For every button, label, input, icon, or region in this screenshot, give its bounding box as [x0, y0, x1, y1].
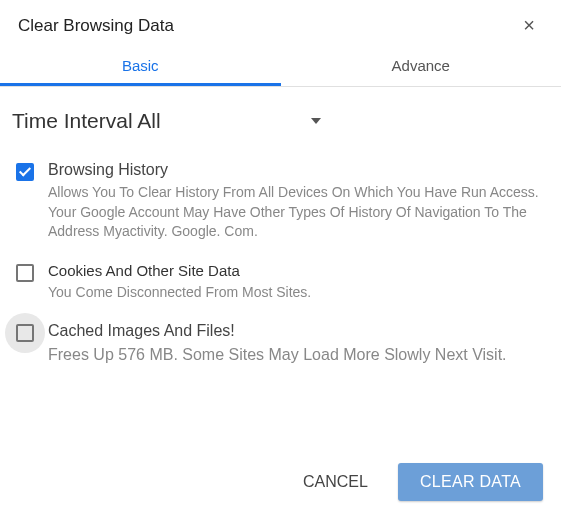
- dialog-content: Time Interval All Browsing History Allow…: [0, 87, 561, 445]
- dialog-header: Clear Browsing Data ×: [0, 0, 561, 45]
- close-button[interactable]: ×: [515, 10, 543, 41]
- tab-basic[interactable]: Basic: [0, 45, 281, 86]
- option-description: Frees Up 576 MB. Some Sites May Load Mor…: [48, 344, 541, 366]
- tab-advanced[interactable]: Advance: [281, 45, 562, 86]
- checkbox-cached[interactable]: [16, 324, 34, 342]
- option-text: Cookies And Other Site Data You Come Dis…: [48, 262, 541, 303]
- option-title: Cached Images And Files!: [48, 322, 541, 340]
- option-description: Allows You To Clear History From All Dev…: [48, 183, 541, 242]
- clear-browsing-data-dialog: Clear Browsing Data × Basic Advance Time…: [0, 0, 561, 521]
- tab-bar: Basic Advance: [0, 45, 561, 87]
- time-interval-select[interactable]: Time Interval All: [12, 109, 321, 133]
- option-cookies[interactable]: Cookies And Other Site Data You Come Dis…: [12, 252, 545, 313]
- time-interval-label: Time Interval All: [12, 109, 161, 133]
- option-browsing-history[interactable]: Browsing History Allows You To Clear His…: [12, 151, 545, 252]
- clear-data-button[interactable]: CLEAR DATA: [398, 463, 543, 501]
- dialog-title: Clear Browsing Data: [18, 16, 174, 36]
- time-interval-row[interactable]: Time Interval All: [12, 103, 545, 151]
- dialog-footer: CANCEL CLEAR DATA: [0, 445, 561, 521]
- cancel-button[interactable]: CANCEL: [291, 465, 380, 499]
- option-text: Cached Images And Files! Frees Up 576 MB…: [48, 322, 541, 366]
- option-text: Browsing History Allows You To Clear His…: [48, 161, 541, 242]
- checkbox-browsing-history[interactable]: [16, 163, 34, 181]
- option-cached[interactable]: Cached Images And Files! Frees Up 576 MB…: [12, 312, 545, 376]
- option-title: Browsing History: [48, 161, 541, 179]
- chevron-down-icon: [311, 118, 321, 124]
- option-description: You Come Disconnected From Most Sites.: [48, 283, 541, 303]
- checkbox-cookies[interactable]: [16, 264, 34, 282]
- checkbox-wrap: [16, 322, 34, 342]
- option-title: Cookies And Other Site Data: [48, 262, 541, 279]
